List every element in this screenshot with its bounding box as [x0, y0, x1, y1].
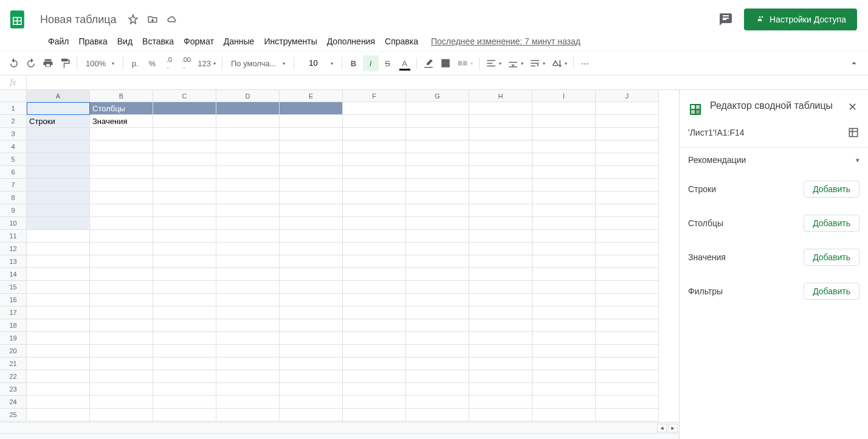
- row-header-9[interactable]: 9: [0, 204, 27, 217]
- cell-E16[interactable]: [280, 294, 343, 306]
- cell-D11[interactable]: [216, 230, 280, 243]
- cell-B24[interactable]: [90, 396, 153, 409]
- column-header-H[interactable]: H: [469, 90, 532, 102]
- cell-J17[interactable]: [596, 306, 659, 319]
- share-button[interactable]: Настройки Доступа: [744, 9, 857, 30]
- cell-F19[interactable]: [343, 332, 406, 345]
- cell-A18[interactable]: [27, 319, 90, 332]
- cell-J10[interactable]: [596, 217, 659, 230]
- cell-J8[interactable]: [596, 192, 659, 204]
- cell-E19[interactable]: [280, 332, 343, 345]
- cell-J11[interactable]: [596, 230, 659, 243]
- cell-H23[interactable]: [469, 383, 532, 396]
- bold-button[interactable]: B: [346, 55, 362, 71]
- toolbar-more-button[interactable]: ⋯: [577, 55, 593, 71]
- cell-H8[interactable]: [469, 192, 532, 204]
- comments-button[interactable]: [714, 7, 738, 32]
- cell-A25[interactable]: [27, 409, 90, 421]
- cell-B18[interactable]: [90, 319, 153, 332]
- cell-H1[interactable]: [469, 102, 532, 115]
- scroll-left-button[interactable]: ◄: [657, 424, 667, 432]
- format-currency-button[interactable]: р.: [127, 55, 143, 71]
- cell-B9[interactable]: [90, 204, 153, 217]
- cell-I23[interactable]: [532, 383, 596, 396]
- cell-J6[interactable]: [596, 166, 659, 179]
- cell-A21[interactable]: [27, 358, 90, 370]
- cell-I8[interactable]: [532, 192, 596, 204]
- cell-E25[interactable]: [280, 409, 343, 421]
- cell-D4[interactable]: [216, 140, 280, 153]
- column-header-I[interactable]: I: [532, 90, 596, 102]
- cell-G23[interactable]: [406, 383, 469, 396]
- cell-H21[interactable]: [469, 358, 532, 370]
- cell-F12[interactable]: [343, 243, 406, 255]
- cell-C2[interactable]: [153, 115, 216, 128]
- cell-B4[interactable]: [90, 140, 153, 153]
- cell-A20[interactable]: [27, 345, 90, 358]
- row-header-6[interactable]: 6: [0, 166, 27, 179]
- cell-J3[interactable]: [596, 128, 659, 140]
- cell-C5[interactable]: [153, 153, 216, 166]
- cell-B19[interactable]: [90, 332, 153, 345]
- cell-E22[interactable]: [280, 370, 343, 383]
- cell-I11[interactable]: [532, 230, 596, 243]
- column-header-F[interactable]: F: [343, 90, 406, 102]
- cell-E20[interactable]: [280, 345, 343, 358]
- cell-G16[interactable]: [406, 294, 469, 306]
- cell-G24[interactable]: [406, 396, 469, 409]
- cell-I5[interactable]: [532, 153, 596, 166]
- row-header-25[interactable]: 25: [0, 409, 27, 421]
- cell-A13[interactable]: [27, 255, 90, 268]
- move-icon[interactable]: [147, 14, 158, 25]
- cell-J9[interactable]: [596, 204, 659, 217]
- cell-E6[interactable]: [280, 166, 343, 179]
- cell-A17[interactable]: [27, 306, 90, 319]
- row-header-21[interactable]: 21: [0, 358, 27, 370]
- cell-H13[interactable]: [469, 255, 532, 268]
- cell-I3[interactable]: [532, 128, 596, 140]
- cell-C1[interactable]: [153, 102, 216, 115]
- format-percent-button[interactable]: %: [144, 55, 160, 71]
- row-header-7[interactable]: 7: [0, 179, 27, 192]
- cell-E8[interactable]: [280, 192, 343, 204]
- row-header-2[interactable]: 2: [0, 115, 27, 128]
- cell-D3[interactable]: [216, 128, 280, 140]
- cell-G4[interactable]: [406, 140, 469, 153]
- cell-J23[interactable]: [596, 383, 659, 396]
- cell-J16[interactable]: [596, 294, 659, 306]
- cell-C7[interactable]: [153, 179, 216, 192]
- cell-F10[interactable]: [343, 217, 406, 230]
- star-icon[interactable]: [128, 14, 139, 25]
- cell-I4[interactable]: [532, 140, 596, 153]
- cell-H19[interactable]: [469, 332, 532, 345]
- menu-tools[interactable]: Инструменты: [260, 34, 321, 49]
- select-all-cell[interactable]: [0, 90, 27, 102]
- cell-I16[interactable]: [532, 294, 596, 306]
- cell-B2[interactable]: Значения: [90, 115, 153, 128]
- cell-C6[interactable]: [153, 166, 216, 179]
- cell-J20[interactable]: [596, 345, 659, 358]
- cell-I18[interactable]: [532, 319, 596, 332]
- font-size-dropdown[interactable]: [298, 55, 338, 71]
- cell-F14[interactable]: [343, 268, 406, 281]
- cell-A7[interactable]: [27, 179, 90, 192]
- collapse-toolbar-button[interactable]: [846, 55, 862, 71]
- cell-C17[interactable]: [153, 306, 216, 319]
- cell-J15[interactable]: [596, 281, 659, 294]
- cell-I17[interactable]: [532, 306, 596, 319]
- cell-I20[interactable]: [532, 345, 596, 358]
- cell-C15[interactable]: [153, 281, 216, 294]
- menu-view[interactable]: Вид: [113, 34, 137, 49]
- column-header-E[interactable]: E: [280, 90, 343, 102]
- borders-button[interactable]: [438, 55, 453, 71]
- cell-A8[interactable]: [27, 192, 90, 204]
- cell-J22[interactable]: [596, 370, 659, 383]
- row-header-16[interactable]: 16: [0, 294, 27, 306]
- cell-A4[interactable]: [27, 140, 90, 153]
- row-header-4[interactable]: 4: [0, 140, 27, 153]
- strikethrough-button[interactable]: S: [380, 55, 396, 71]
- cell-E2[interactable]: [280, 115, 343, 128]
- increase-decimals-button[interactable]: .00→: [178, 55, 194, 71]
- cell-A24[interactable]: [27, 396, 90, 409]
- decrease-decimals-button[interactable]: .0←: [161, 55, 177, 71]
